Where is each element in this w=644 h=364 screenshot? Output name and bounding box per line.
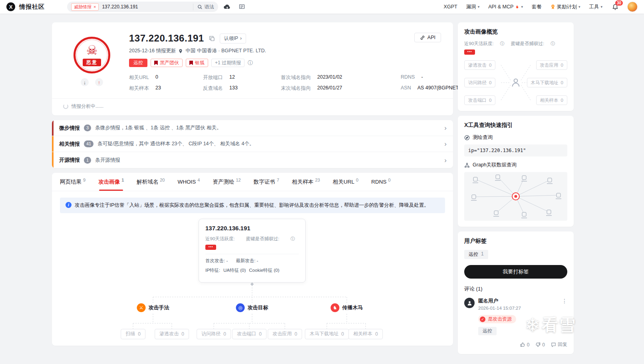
tag-expired-intel[interactable]: +1 过期情报	[211, 59, 244, 67]
info-icon[interactable]: ⓘ	[500, 41, 505, 47]
attack-overview-title: 攻击画像概览	[464, 28, 567, 36]
intel-row-threatbook[interactable]: 微步情报 3 条微步情报，1条 银狐 、1条 远控 、1条 黑产团伙 相关。 ›	[52, 120, 453, 136]
search-input[interactable]: 137.220.136.191	[102, 4, 190, 10]
tab-resolved-domains[interactable]: 解析域名20	[137, 173, 165, 191]
reply-button[interactable]: 回复	[551, 341, 567, 348]
api-button[interactable]: API	[414, 33, 441, 42]
profile-ip: 137.220.136.191	[205, 225, 299, 231]
tab-whois[interactable]: WHOIS4	[178, 173, 200, 191]
cloud-upload-icon[interactable]	[222, 2, 233, 11]
intel-report-icon[interactable]	[237, 2, 247, 11]
graph-preview-image	[464, 172, 567, 221]
nav-rewards[interactable]: 奖励计划 ▾	[551, 4, 580, 10]
intel-row-opensource[interactable]: 开源情报 1 条开源情报 ›	[52, 152, 453, 168]
tab-web-results[interactable]: 网页结果9	[60, 173, 85, 191]
user-avatar[interactable]	[627, 2, 638, 12]
compass-icon	[464, 135, 470, 140]
upvote-icon[interactable]: ↑	[95, 78, 103, 86]
caret-down-icon: ▾	[578, 5, 580, 9]
attacker-person-icon	[511, 77, 521, 88]
brand-logo[interactable]: X	[6, 2, 15, 11]
tab-related-url[interactable]: 相关URL0	[333, 173, 358, 191]
claim-ip-button[interactable]: 认领IP ›	[220, 34, 246, 44]
tag-remote-control[interactable]: 远控	[129, 59, 147, 67]
nav-vuln[interactable]: 漏洞▾	[466, 4, 480, 10]
bookmark-icon	[154, 61, 158, 65]
brand-title[interactable]: 情报社区	[19, 3, 45, 11]
tags-info-icon[interactable]: ⓘ	[248, 59, 253, 67]
tag-black-industry-gang[interactable]: 黑产团伙	[151, 59, 183, 67]
stat-related-url: 相关URL0	[129, 74, 203, 81]
tab-rdns[interactable]: RDNS0	[371, 173, 390, 191]
downvote-icon[interactable]: ↓	[81, 78, 89, 86]
stat-related-samples: 相关样本23	[129, 85, 203, 92]
notifications-button[interactable]: 30	[612, 4, 618, 10]
ov-btn-attack-app[interactable]: 攻击应用0	[536, 60, 567, 70]
threat-level-indicator: ☠ 恶意 ↓ ↑	[68, 37, 116, 86]
tab-related-samples[interactable]: 相关样本23	[292, 173, 320, 191]
tab-asset-mapping[interactable]: 资产测绘12	[213, 173, 241, 191]
link-icon	[420, 35, 425, 40]
graph-preview[interactable]	[464, 172, 567, 221]
ov-btn-access-path[interactable]: 访问路径0	[464, 78, 495, 87]
loading-spinner-icon	[63, 104, 68, 109]
leaf-related-samples[interactable]: 相关样本0	[348, 329, 383, 339]
ua-feature[interactable]: UA特征 (0)	[223, 267, 246, 273]
mapping-query-box[interactable]: ip="137.220.136.191"	[464, 144, 567, 156]
leaf-attack-app[interactable]: 攻击应用0	[268, 329, 302, 339]
nav-xgpt[interactable]: XGPT	[444, 4, 457, 10]
chevron-right-icon[interactable]: ›	[444, 157, 447, 164]
ov-btn-related-samples[interactable]: 相关样本0	[536, 95, 567, 105]
intel-count-badge: 1	[84, 157, 91, 164]
global-search[interactable]: 威胁情报 × 137.220.136.191 语法	[67, 2, 218, 12]
honeypot-label: 蜜罐是否捕获过:	[511, 41, 545, 47]
node-attack-targets: ◎ 攻击目标	[236, 303, 268, 312]
leaf-penetration-attack[interactable]: 渗透攻击0	[155, 329, 189, 339]
target-icon: ◎	[236, 303, 245, 312]
leaf-trojan-download-url[interactable]: 木马下载地址0	[305, 329, 349, 339]
ov-btn-penetration[interactable]: 渗透攻击0	[464, 60, 495, 70]
nav-tools-label: 工具	[589, 4, 599, 10]
honeypot-label: 蜜罐是否捕获过:	[246, 236, 280, 242]
leaf-scan[interactable]: 扫描0	[121, 329, 145, 339]
comment-tag[interactable]: 远控	[478, 327, 497, 335]
info-icon[interactable]: ⓘ	[551, 41, 555, 47]
remove-scope-icon[interactable]: ×	[93, 4, 96, 9]
user-tag-remote-control[interactable]: 远控 1	[464, 250, 488, 259]
divider	[205, 254, 299, 254]
chevron-right-icon[interactable]: ›	[444, 125, 447, 131]
search-scope-tag[interactable]: 威胁情报 ×	[71, 3, 99, 11]
chevron-right-icon[interactable]: ›	[444, 140, 447, 147]
activity-label: 近90天活跃度:	[464, 41, 494, 47]
scope-label: 威胁情报	[74, 4, 91, 10]
intel-update-date: 2025-12-16 情报更新	[129, 47, 176, 54]
tab-bar: 网页结果9 攻击画像1 解析域名20 WHOIS4 资产测绘12 数字证书7 相…	[52, 173, 453, 191]
nav-api-mcp[interactable]: API & MCP ▾	[488, 4, 523, 10]
tab-attack-profile[interactable]: 攻击画像1	[98, 173, 124, 191]
nav-plans-label: 套餐	[532, 4, 542, 10]
tag-silver-fox[interactable]: 银狐	[186, 59, 208, 67]
node-attack-methods: ⚔ 攻击手法	[137, 303, 169, 312]
caret-down-icon: ▾	[600, 5, 602, 9]
leaf-attack-port[interactable]: 攻击端口0	[232, 329, 266, 339]
analyzing-status: 情报分析中......	[52, 98, 453, 111]
like-button[interactable]: 0	[520, 342, 530, 348]
dislike-button[interactable]: 0	[535, 342, 545, 348]
attack-profile-tree: 137.220.136.191 近90天活跃度: 蜜罐是否捕获过: ⓘ ⋯ 首次…	[60, 219, 445, 346]
ov-btn-trojan-url[interactable]: 木马下载地址0	[527, 78, 567, 87]
search-icon	[197, 4, 203, 10]
comment-more-icon[interactable]: ⋮	[562, 298, 567, 304]
add-label-button[interactable]: 我要打标签	[464, 265, 567, 279]
cookie-feature[interactable]: Cookie特征 (0)	[249, 267, 279, 273]
accent-bar	[52, 152, 54, 168]
syntax-button[interactable]: 语法	[193, 4, 214, 10]
info-icon[interactable]: ⓘ	[290, 236, 295, 242]
nav-plans[interactable]: 套餐	[532, 4, 542, 10]
copy-icon[interactable]	[209, 36, 215, 42]
ov-btn-attack-port[interactable]: 攻击端口0	[464, 95, 495, 105]
intel-row-related[interactable]: 相关情报 41 条可疑/恶意情报，其中 通信样本 23个、 C段IP 14个、 …	[52, 136, 453, 152]
tab-certificates[interactable]: 数字证书7	[254, 173, 279, 191]
nav-tools[interactable]: 工具▾	[589, 4, 602, 10]
location-pin-icon	[178, 48, 183, 54]
leaf-access-path[interactable]: 访问路径0	[197, 329, 231, 339]
